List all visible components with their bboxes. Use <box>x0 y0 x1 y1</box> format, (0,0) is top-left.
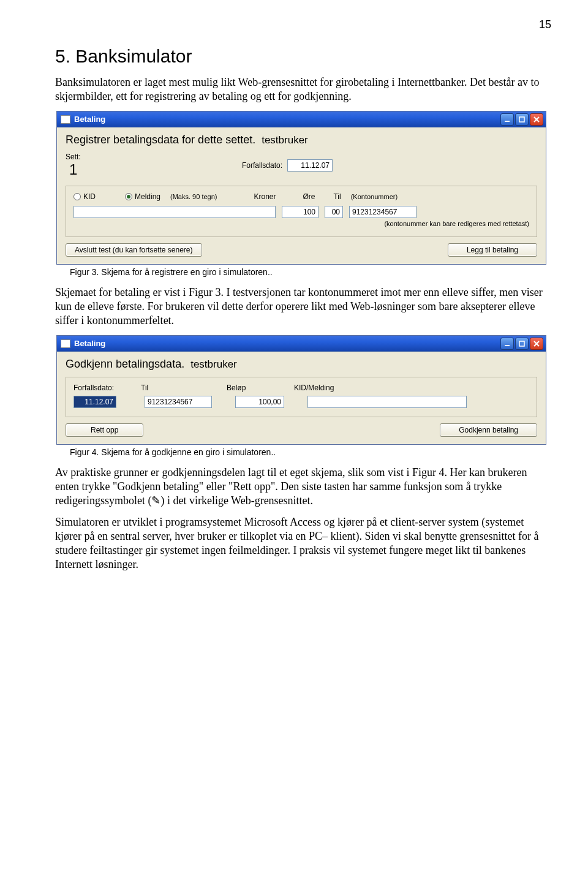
melding-label: Melding <box>135 192 160 201</box>
svg-rect-1 <box>519 117 524 122</box>
forfall-label-2: Forfallsdato: <box>74 384 135 392</box>
window-register: Betaling Registrer betalingsdata for det… <box>56 111 546 265</box>
maximize-button[interactable] <box>515 113 529 126</box>
sett-label: Sett: <box>66 153 237 161</box>
maximize-button[interactable] <box>515 338 529 350</box>
window-buttons <box>500 113 543 126</box>
payment-panel: KID Melding (Maks. 90 tegn) Kroner Øre T… <box>66 186 537 237</box>
svg-rect-0 <box>505 121 510 122</box>
minimize-button[interactable] <box>500 338 514 350</box>
godkjenn-button[interactable]: Godkjenn betaling <box>440 423 537 437</box>
window-buttons <box>500 338 543 350</box>
melding-radio[interactable]: Melding <box>125 192 160 201</box>
app-icon <box>61 115 70 124</box>
forfall-input[interactable]: 11.12.07 <box>287 159 333 172</box>
rett-opp-button[interactable]: Rett opp <box>66 423 143 437</box>
approve-panel: Forfallsdato: Til Beløp KID/Melding 11.1… <box>66 377 537 417</box>
paragraph-1: Banksimulatoren er laget mest mulig likt… <box>55 75 551 104</box>
konto-edit-note: (kontonummer kan bare redigeres med rett… <box>384 220 529 227</box>
kroner-input[interactable]: 100 <box>282 206 318 218</box>
form-heading-2: Godkjenn betalingsdata. <box>66 358 184 371</box>
forfall-label: Forfallsdato: <box>242 161 282 170</box>
window-approve: Betaling Godkjenn betalingsdata. testbru… <box>56 335 546 445</box>
section-heading: 5. Banksimulator <box>55 46 551 67</box>
paragraph-2: Skjemaet for betaling er vist i Figur 3.… <box>55 285 551 328</box>
konto-input[interactable]: 91231234567 <box>349 206 417 218</box>
figure-4-caption: Figur 4. Skjema for å godkjenne en giro … <box>70 447 551 457</box>
svg-rect-3 <box>519 341 524 346</box>
maks-note: (Maks. 90 tegn) <box>170 193 217 200</box>
kidmelding-label: KID/Melding <box>294 384 417 392</box>
sett-value: 1 <box>69 161 237 178</box>
page-number: 15 <box>55 18 551 31</box>
kid-label: KID <box>83 192 96 201</box>
konto-note: (Kontonummer) <box>351 193 398 200</box>
ore-label: Øre <box>303 192 327 201</box>
app-icon <box>61 339 70 348</box>
titlebar-2: Betaling <box>57 336 546 352</box>
close-button[interactable] <box>530 113 543 126</box>
ore-input[interactable]: 00 <box>325 206 343 218</box>
figure-3-caption: Figur 3. Skjema for å registrere en giro… <box>70 267 551 277</box>
svg-rect-2 <box>505 345 510 346</box>
belop-label: Beløp <box>227 384 288 392</box>
til-label: Til <box>333 192 341 201</box>
paragraph-3: Av praktiske grunner er godkjenningsdele… <box>55 466 551 508</box>
kid-radio[interactable]: KID <box>74 192 96 201</box>
avslutt-button[interactable]: Avslutt test (du kan fortsette senere) <box>66 243 202 257</box>
window-title-2: Betaling <box>74 339 500 348</box>
melding-input[interactable] <box>74 206 276 218</box>
username-2: testbruker <box>190 358 237 371</box>
kidmelding-input[interactable] <box>307 396 467 408</box>
titlebar: Betaling <box>57 112 546 127</box>
minimize-button[interactable] <box>500 113 514 126</box>
til-input[interactable]: 91231234567 <box>145 396 212 408</box>
kroner-label: Kroner <box>254 192 296 201</box>
username: testbruker <box>262 134 308 146</box>
belop-input[interactable]: 100,00 <box>235 396 284 408</box>
form-heading: Registrer betalingsdata for dette settet… <box>66 134 255 146</box>
forfall-input-2[interactable]: 11.12.07 <box>74 396 116 408</box>
close-button[interactable] <box>530 338 543 350</box>
window-title: Betaling <box>74 115 500 124</box>
paragraph-4: Simulatoren er utviklet i programsysteme… <box>55 515 551 572</box>
legg-til-button[interactable]: Legg til betaling <box>448 243 537 257</box>
til-label-2: Til <box>141 384 221 392</box>
